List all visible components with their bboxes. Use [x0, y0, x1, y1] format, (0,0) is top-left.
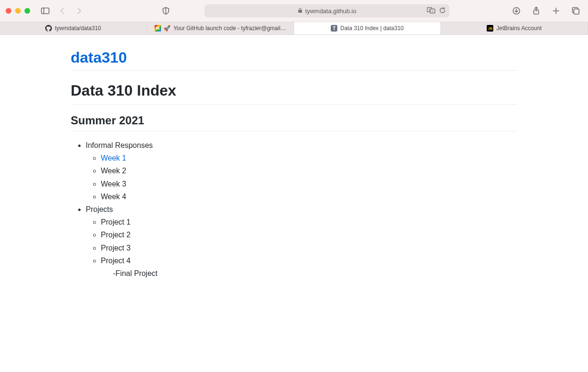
- minimize-window-button[interactable]: [15, 8, 21, 14]
- svg-rect-0: [41, 8, 49, 14]
- window-controls: [6, 8, 30, 14]
- close-window-button[interactable]: [6, 8, 11, 14]
- browser-toolbar: tywmdata.github.io 文A: [0, 0, 588, 22]
- project-label: Project 1: [101, 218, 131, 226]
- forward-button[interactable]: [73, 4, 86, 17]
- project-label: Project 2: [101, 231, 131, 239]
- new-tab-icon[interactable]: [549, 4, 563, 17]
- tab-gmail[interactable]: M 🚀 Your GitHub launch code - tyfrazier@…: [147, 22, 294, 34]
- downloads-icon[interactable]: [510, 4, 523, 17]
- list-item: Week 3: [101, 178, 517, 190]
- section-label: Informal Responses: [86, 141, 153, 149]
- section-label: Projects: [86, 205, 113, 213]
- project-label: Project 3: [101, 244, 131, 252]
- week-link[interactable]: Week 1: [101, 154, 126, 162]
- address-host: tywmdata.github.io: [305, 8, 356, 15]
- site-title: data310: [71, 49, 517, 71]
- site-favicon: T: [331, 25, 337, 32]
- jetbrains-icon: JB: [487, 25, 493, 32]
- page-heading-h2: Summer 2021: [71, 114, 517, 131]
- tab-overview-icon[interactable]: [569, 4, 582, 17]
- final-project-label: -Final Project: [101, 267, 517, 280]
- svg-text:A: A: [432, 10, 433, 13]
- tab-label: tywmdata/data310: [55, 25, 101, 32]
- list-item: Project 2: [101, 228, 517, 241]
- page-heading-h1: Data 310 Index: [71, 82, 517, 105]
- tab-jetbrains[interactable]: JB JetBrains Account: [441, 22, 588, 34]
- svg-rect-14: [574, 9, 579, 14]
- tab-github-repo[interactable]: tywmdata/data310: [0, 22, 147, 34]
- tab-label: JetBrains Account: [496, 25, 541, 32]
- project-label: Project 4: [101, 257, 131, 265]
- sidebar-toggle-icon[interactable]: [39, 4, 52, 17]
- lock-icon: [298, 8, 302, 14]
- github-icon: [45, 25, 52, 32]
- share-icon[interactable]: [530, 4, 543, 17]
- privacy-shield-icon[interactable]: [159, 4, 172, 17]
- fullscreen-window-button[interactable]: [24, 8, 30, 14]
- svg-rect-3: [298, 10, 302, 13]
- week-label: Week 3: [101, 180, 126, 188]
- list-item: Week 2: [101, 164, 517, 177]
- tab-data310-index[interactable]: T Data 310 Index | data310: [294, 22, 441, 34]
- content-list: Informal Responses Week 1 Week 2 Week 3 …: [71, 139, 517, 280]
- tab-label: Your GitHub launch code - tyfrazier@gmai…: [173, 25, 286, 32]
- translate-icon[interactable]: 文A: [427, 7, 435, 15]
- tab-strip: tywmdata/data310 M 🚀 Your GitHub launch …: [0, 22, 588, 35]
- reload-icon[interactable]: [439, 7, 446, 15]
- svg-text:文: 文: [428, 8, 431, 11]
- list-item: Project 3: [101, 242, 517, 254]
- rocket-icon: 🚀: [164, 25, 171, 32]
- address-bar[interactable]: tywmdata.github.io 文A: [204, 4, 449, 17]
- list-item: Informal Responses Week 1 Week 2 Week 3 …: [86, 139, 517, 203]
- tab-label: Data 310 Index | data310: [340, 25, 404, 32]
- page-content: data310 Data 310 Index Summer 2021 Infor…: [0, 35, 588, 280]
- list-item: Project 4 -Final Project: [101, 254, 517, 280]
- site-title-link[interactable]: data310: [71, 49, 127, 66]
- gmail-icon: M: [155, 25, 161, 32]
- week-label: Week 4: [101, 193, 126, 201]
- list-item: Week 4: [101, 190, 517, 203]
- week-label: Week 2: [101, 167, 126, 175]
- list-item: Project 1: [101, 216, 517, 228]
- back-button[interactable]: [56, 4, 69, 17]
- list-item: Projects Project 1 Project 2 Project 3 P…: [86, 203, 517, 280]
- list-item: Week 1: [101, 152, 517, 164]
